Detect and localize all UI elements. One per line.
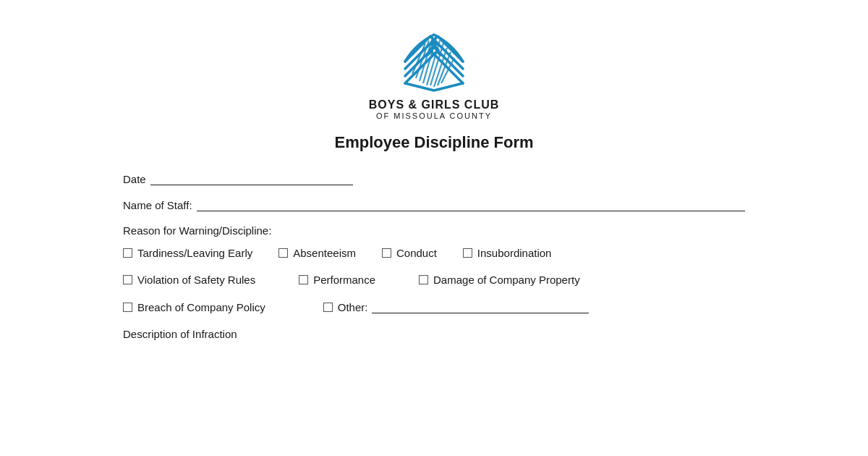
form-body: Date Name of Staff: Reason for Warning/D… — [123, 172, 745, 340]
other-line[interactable] — [372, 300, 589, 313]
checkbox-box-insubordination[interactable] — [463, 248, 472, 258]
checkbox-safety[interactable]: Violation of Safety Rules — [123, 274, 255, 286]
checkbox-label-policy: Breach of Company Policy — [137, 301, 265, 313]
checkbox-box-safety[interactable] — [123, 275, 132, 284]
checkbox-box-performance[interactable] — [299, 275, 308, 284]
org-name: BOYS & GIRLS CLUB OF MISSOULA COUNTY — [369, 98, 500, 120]
checkbox-conduct[interactable]: Conduct — [382, 247, 437, 259]
checkbox-damage[interactable]: Damage of Company Property — [419, 274, 580, 286]
checkbox-absenteeism[interactable]: Absenteeism — [278, 247, 356, 259]
form-title: Employee Discipline Form — [334, 133, 533, 152]
checkbox-label-safety: Violation of Safety Rules — [137, 274, 255, 286]
checkbox-box-other[interactable] — [323, 303, 333, 312]
staff-label: Name of Staff: — [123, 199, 192, 211]
description-label: Description of Infraction — [123, 328, 745, 340]
checkbox-box-absenteeism[interactable] — [278, 248, 288, 258]
checkbox-label-performance: Performance — [313, 274, 375, 286]
checkbox-box-tardiness[interactable] — [123, 248, 132, 258]
page: BOYS & GIRLS CLUB OF MISSOULA COUNTY Emp… — [0, 0, 868, 456]
org-name-sub: OF MISSOULA COUNTY — [369, 111, 500, 120]
logo-area: BOYS & GIRLS CLUB OF MISSOULA COUNTY — [369, 22, 500, 120]
checkbox-tardiness[interactable]: Tardiness/Leaving Early — [123, 247, 252, 259]
checkbox-box-damage[interactable] — [419, 275, 428, 284]
checkbox-label-other: Other: — [338, 301, 368, 313]
checkbox-policy[interactable]: Breach of Company Policy — [123, 301, 265, 313]
checkbox-box-conduct[interactable] — [382, 248, 391, 258]
checkbox-label-conduct: Conduct — [396, 247, 437, 259]
checkbox-insubordination[interactable]: Insubordination — [463, 247, 552, 259]
reason-label: Reason for Warning/Discipline: — [123, 224, 745, 237]
logo-icon — [391, 22, 477, 94]
staff-line[interactable] — [197, 198, 745, 211]
checkbox-row-3: Breach of Company Policy Other: — [123, 300, 745, 313]
date-field: Date — [123, 172, 745, 185]
date-line[interactable] — [150, 172, 353, 185]
checkbox-label-tardiness: Tardiness/Leaving Early — [137, 247, 252, 259]
checkbox-label-insubordination: Insubordination — [477, 247, 552, 259]
checkbox-label-absenteeism: Absenteeism — [293, 247, 356, 259]
checkbox-other[interactable]: Other: — [323, 300, 719, 313]
checkbox-performance[interactable]: Performance — [299, 274, 375, 286]
checkbox-row-2: Violation of Safety Rules Performance Da… — [123, 274, 745, 286]
checkbox-box-policy[interactable] — [123, 303, 132, 312]
staff-field: Name of Staff: — [123, 198, 745, 211]
checkbox-row-1: Tardiness/Leaving Early Absenteeism Cond… — [123, 247, 745, 259]
org-name-main: BOYS & GIRLS CLUB — [369, 98, 500, 111]
date-label: Date — [123, 173, 146, 185]
checkbox-label-damage: Damage of Company Property — [433, 274, 580, 286]
